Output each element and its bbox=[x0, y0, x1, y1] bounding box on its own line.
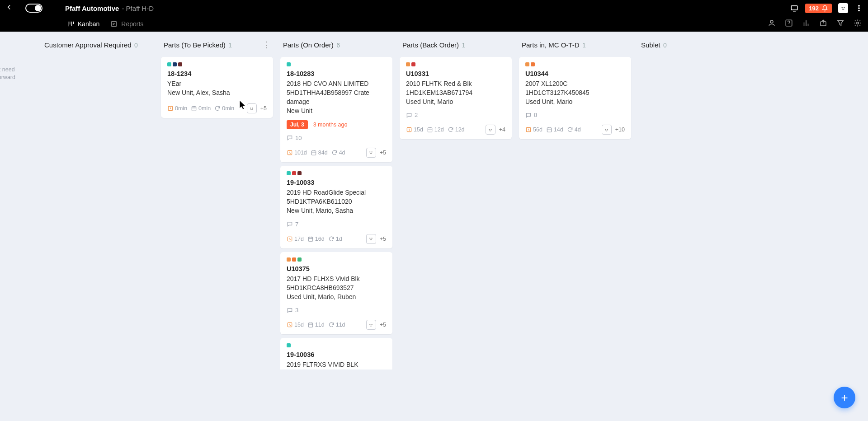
card-tags bbox=[167, 62, 267, 66]
column-count: 1 bbox=[582, 42, 586, 49]
kanban-card[interactable]: 19-100362019 FLTRXS VIVID BLK5HD1KTPA0KB… bbox=[280, 338, 392, 369]
svg-point-13 bbox=[250, 108, 251, 108]
stat-c: 0min bbox=[214, 105, 234, 112]
column-header: Customer Approval Required 0 bbox=[41, 32, 155, 53]
kanban-card[interactable]: 19-100332019 HD RoadGlide Special5HD1KTP… bbox=[280, 166, 392, 248]
stat-a: 17d bbox=[287, 236, 304, 242]
comments-count[interactable]: 10 bbox=[287, 135, 386, 141]
kanban-card[interactable]: U103442007 XL1200C 1HD1CT3127K450845Used… bbox=[519, 57, 631, 140]
stat-a: 15d bbox=[406, 126, 423, 133]
back-button[interactable] bbox=[3, 3, 15, 14]
column-parts-in: Parts in, MC O-T-D 1U103442007 XL1200C 1… bbox=[515, 32, 635, 421]
kanban-card[interactable]: U103752017 HD FLHXS Vivid Blk5HD1KRCA8HB… bbox=[280, 252, 392, 335]
more-assignees[interactable]: +4 bbox=[499, 126, 505, 133]
brand-sub: - Pfaff H-D bbox=[122, 5, 154, 12]
svg-point-25 bbox=[370, 324, 370, 325]
svg-point-22 bbox=[372, 238, 372, 239]
more-assignees[interactable]: +5 bbox=[260, 105, 267, 112]
column-cards bbox=[41, 53, 155, 370]
column-header: Sublet 0 bbox=[637, 32, 751, 53]
kanban-board: m Approval 0is reserved for bike that ne… bbox=[0, 32, 868, 421]
kanban-card[interactable]: U103312010 FLHTK Red & Blk1HD1KEM13AB671… bbox=[400, 57, 512, 140]
svg-rect-6 bbox=[112, 22, 117, 27]
assignee-avatar[interactable] bbox=[486, 125, 495, 135]
card-line: 2007 XL1200C 1HD1CT3127K450845 bbox=[525, 79, 625, 98]
stat-c: 4d bbox=[567, 126, 581, 133]
stat-b: 11d bbox=[307, 322, 325, 328]
card-footer: 15d11d11d+5 bbox=[287, 320, 386, 330]
stat-b: 0min bbox=[191, 105, 211, 112]
comments-count[interactable]: 2 bbox=[406, 112, 505, 118]
column-cards bbox=[637, 53, 751, 370]
card-line: 2018 HD CVO ANN LIMITED bbox=[287, 79, 386, 88]
assignee-avatar[interactable] bbox=[247, 103, 257, 113]
kanban-card[interactable]: 18-102832018 HD CVO ANN LIMITED5HD1THHA4… bbox=[280, 57, 392, 162]
card-tags bbox=[287, 257, 386, 262]
column-count: 1 bbox=[462, 42, 465, 49]
add-button[interactable]: + bbox=[834, 387, 855, 408]
card-footer: 0min0min0min+5 bbox=[167, 103, 267, 113]
stats-icon[interactable] bbox=[802, 19, 810, 29]
column-count: 0 bbox=[663, 42, 667, 49]
assignee-avatar[interactable] bbox=[366, 148, 376, 158]
column-cards: 18-1234YEarNew Unit, Alex, Sasha0min0min… bbox=[160, 53, 274, 370]
export-icon[interactable] bbox=[819, 19, 827, 29]
column-title: Parts (To Be Picked) bbox=[164, 41, 226, 49]
column-title: Parts (Back Order) bbox=[402, 41, 459, 49]
more-assignees[interactable]: +10 bbox=[615, 126, 625, 133]
card-id: 18-1234 bbox=[167, 70, 267, 77]
person-icon[interactable] bbox=[768, 19, 776, 29]
svg-rect-12 bbox=[192, 107, 196, 111]
card-line: 2017 HD FLHXS Vivid Blk bbox=[287, 274, 386, 283]
assignee-avatar[interactable] bbox=[602, 125, 612, 135]
card-line: 5HD1THHA4JB958997 Crate damage bbox=[287, 88, 386, 107]
card-line: Used Unit, Mario bbox=[525, 97, 625, 106]
tab-reports[interactable]: Reports bbox=[110, 20, 143, 28]
tab-kanban[interactable]: Kanban bbox=[67, 20, 99, 28]
user-avatar[interactable] bbox=[838, 3, 848, 13]
card-id: 18-10283 bbox=[287, 70, 386, 77]
stat-a: 0min bbox=[167, 105, 187, 112]
kanban-card[interactable]: 18-1234YEarNew Unit, Alex, Sasha0min0min… bbox=[161, 57, 273, 118]
assignee-avatar[interactable] bbox=[366, 320, 376, 330]
more-assignees[interactable]: +5 bbox=[380, 322, 386, 328]
card-tags bbox=[287, 343, 386, 347]
help-icon[interactable] bbox=[785, 19, 793, 29]
column-cards: 18-102832018 HD CVO ANN LIMITED5HD1THHA4… bbox=[279, 53, 393, 370]
stat-a: 101d bbox=[287, 150, 307, 156]
column-count: 6 bbox=[336, 42, 340, 49]
card-line: 5HD1KTPA6KB611020 bbox=[287, 197, 386, 206]
screen-icon[interactable] bbox=[790, 4, 799, 13]
filter-icon[interactable] bbox=[836, 19, 844, 29]
column-title: Customer Approval Required bbox=[44, 41, 132, 49]
comments-count[interactable]: 3 bbox=[287, 307, 386, 313]
more-assignees[interactable]: +5 bbox=[380, 236, 386, 242]
svg-rect-20 bbox=[308, 237, 312, 241]
stat-c: 12d bbox=[448, 126, 465, 133]
svg-point-10 bbox=[857, 22, 859, 24]
svg-point-34 bbox=[607, 129, 608, 130]
stat-c: 4d bbox=[331, 150, 345, 156]
more-assignees[interactable]: +5 bbox=[380, 150, 386, 156]
stat-a: 15d bbox=[287, 322, 304, 328]
gear-icon[interactable] bbox=[854, 19, 862, 29]
card-line: Used Unit, Mario, Ruben bbox=[287, 292, 386, 301]
column-header: Parts (To Be Picked) 1⋮ bbox=[160, 32, 274, 53]
svg-point-1 bbox=[842, 7, 842, 8]
column-cards: U103312010 FLHTK Red & Blk1HD1KEM13AB671… bbox=[399, 53, 513, 370]
card-line: New Unit, Alex, Sasha bbox=[167, 88, 267, 97]
stat-b: 16d bbox=[307, 236, 325, 242]
comments-count[interactable]: 7 bbox=[287, 221, 386, 228]
assignee-avatar[interactable] bbox=[366, 234, 376, 244]
stat-b: 12d bbox=[427, 126, 444, 133]
notifications-badge[interactable]: 192 bbox=[805, 4, 832, 13]
column-count: 0 bbox=[134, 42, 138, 49]
card-line: New Unit, Mario, Sasha bbox=[287, 206, 386, 215]
more-menu-icon[interactable] bbox=[854, 4, 863, 13]
svg-point-26 bbox=[372, 324, 372, 325]
svg-rect-0 bbox=[792, 6, 798, 10]
card-line: 5HD1KRCA8HB693527 bbox=[287, 283, 386, 292]
comments-count[interactable]: 8 bbox=[525, 112, 625, 118]
toggle-switch[interactable] bbox=[25, 4, 42, 13]
column-more-icon[interactable]: ⋮ bbox=[262, 41, 270, 49]
